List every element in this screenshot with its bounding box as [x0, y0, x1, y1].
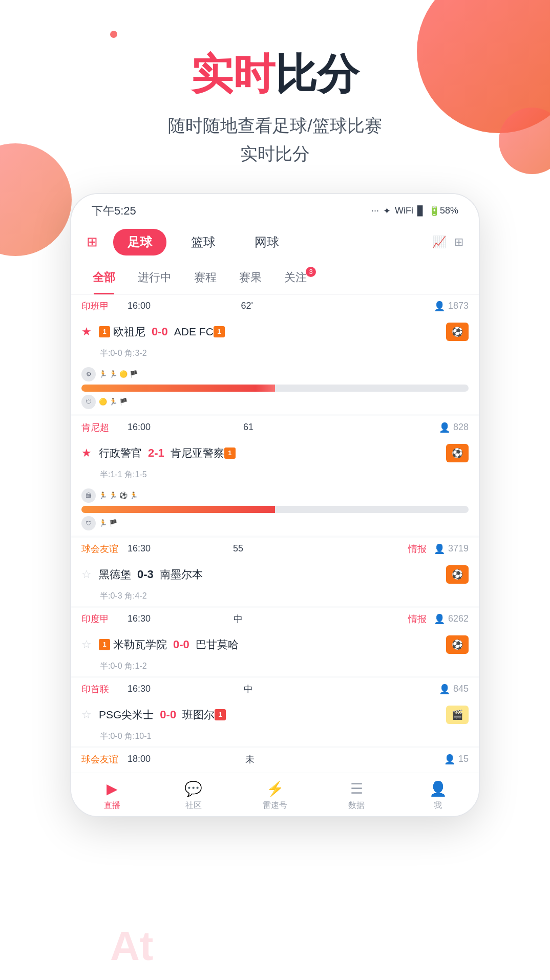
- action-btn-2[interactable]: ⚽: [446, 444, 469, 462]
- sport-tabs: ⊞ 足球 篮球 网球 📈 ⊞: [71, 224, 479, 261]
- nav-item-data[interactable]: ☰ 数据: [316, 780, 397, 811]
- match-row-4[interactable]: ☆ 1 米勒瓦学院 0-0 巴甘莫哈 ⚽: [71, 630, 479, 659]
- viewers-1: 👤 1873: [434, 301, 469, 312]
- home-team-4: 米勒瓦学院: [113, 637, 167, 652]
- score-5: 0-0: [160, 708, 176, 721]
- battery-percent: 58%: [440, 205, 458, 216]
- person-icon-1: 👤: [434, 301, 445, 312]
- viewer-count-3: 3719: [448, 543, 469, 554]
- bottom-nav: ▶ 直播 💬 社区 ⚡ 雷速号 ☰ 数据 👤 我: [71, 773, 479, 816]
- nav-label-data: 数据: [348, 800, 365, 811]
- nav-label-speed: 雷速号: [263, 800, 287, 811]
- chart-icon[interactable]: 📈: [432, 236, 446, 249]
- away-badge-1: 1: [214, 326, 225, 337]
- action-btn-1[interactable]: ⚽: [446, 323, 469, 341]
- match-group-2: 肯尼超 16:00 61 👤 828 ★ 行政警官 2-1 肯尼亚警察 1 ⚽: [71, 416, 479, 536]
- half-time-4: 半:0-0 角:1-2: [71, 659, 479, 676]
- minute-3: 55: [233, 543, 243, 554]
- dots-icon: ···: [371, 205, 379, 216]
- tab-football[interactable]: 足球: [113, 229, 166, 255]
- settings-icon[interactable]: ⊞: [454, 236, 463, 249]
- viewers-3: 情报 👤 3719: [408, 543, 469, 555]
- info-label-3: 情报: [408, 543, 427, 555]
- match-header-6: 球会友谊 18:00 未 👤 15: [71, 748, 479, 771]
- status-icons: ··· ✦ WiFi ▊ 🔋58%: [371, 205, 458, 217]
- nav-item-speed[interactable]: ⚡ 雷速号: [234, 780, 315, 811]
- time-3: 16:30: [128, 543, 151, 554]
- away-logo-1: 🛡: [81, 395, 96, 409]
- right-icons: 📈 ⊞: [432, 236, 463, 249]
- match-group-4: 印度甲 16:30 中 情报 👤 6262 ☆ 1 米勒瓦学院 0-0 巴甘莫哈…: [71, 608, 479, 676]
- half-time-5: 半:0-0 角:10-1: [71, 729, 479, 746]
- away-badge-2: 1: [224, 448, 236, 459]
- nav-item-live[interactable]: ▶ 直播: [71, 780, 153, 811]
- nav-item-me[interactable]: 👤 我: [397, 780, 479, 811]
- star-icon-4[interactable]: ☆: [81, 638, 92, 651]
- cat-tab-all[interactable]: 全部: [81, 261, 126, 294]
- nav-label-live: 直播: [104, 800, 120, 811]
- away-team-5: 班图尔: [182, 708, 215, 722]
- time-5: 16:30: [128, 684, 151, 694]
- tab-tennis[interactable]: 网球: [240, 229, 293, 255]
- viewer-count-4: 6262: [448, 613, 469, 624]
- nav-icon-me: 👤: [429, 780, 447, 797]
- person-icon-5: 👤: [439, 684, 450, 695]
- cat-tab-schedule[interactable]: 赛程: [183, 261, 228, 294]
- match-header-2: 肯尼超 16:00 61 👤 828: [71, 416, 479, 439]
- home-badge-1: 1: [99, 326, 110, 337]
- progress-bar-2: [81, 506, 469, 513]
- match-row-5[interactable]: ☆ PSG尖米士 0-0 班图尔 1 🎬: [71, 700, 479, 729]
- league-2: 肯尼超: [81, 421, 122, 434]
- signal-icon: ▊: [417, 205, 425, 217]
- viewers-4: 情报 👤 6262: [408, 613, 469, 625]
- match-group-3: 球会友谊 16:30 55 情报 👤 3719 ☆ 黑德堡 0-3 南墨尔本 ⚽: [71, 538, 479, 606]
- league-1: 印班甲: [81, 300, 122, 312]
- viewer-count-6: 15: [458, 754, 469, 764]
- away-team-1: ADE FC: [174, 326, 214, 338]
- subtitle: 随时随地查看足球/篮球比赛 实时比分: [0, 112, 550, 167]
- match-row-3[interactable]: ☆ 黑德堡 0-3 南墨尔本 ⚽: [71, 560, 479, 589]
- info-label-4: 情报: [408, 613, 427, 625]
- filter-icon[interactable]: ⊞: [87, 234, 98, 250]
- follow-badge: 3: [306, 267, 316, 277]
- progress-section-1: ⚙ 🏃🏃🟡🏴 🛡 🟡🏃🏴: [71, 363, 479, 414]
- battery-indicator: 🔋58%: [429, 205, 458, 217]
- phone-wrapper: 下午5:25 ··· ✦ WiFi ▊ 🔋58% ⊞ 足球 篮球 网球 📈 ⊞: [70, 193, 480, 817]
- home-team-1: 欧祖尼: [113, 325, 145, 339]
- league-3: 球会友谊: [81, 543, 122, 555]
- action-btn-3[interactable]: ⚽: [446, 565, 469, 584]
- score-2: 2-1: [148, 446, 164, 460]
- away-team-2: 肯尼亚警察: [171, 446, 224, 460]
- nav-icon-community: 💬: [184, 780, 202, 797]
- match-group-5: 印首联 16:30 中 👤 845 ☆ PSG尖米士 0-0 班图尔 1 🎬: [71, 678, 479, 746]
- star-icon-2[interactable]: ★: [81, 446, 92, 460]
- home-team-2: 行政警官: [99, 446, 142, 460]
- tab-basketball[interactable]: 篮球: [177, 229, 230, 255]
- cat-tab-live[interactable]: 进行中: [126, 261, 183, 294]
- match-row-2[interactable]: ★ 行政警官 2-1 肯尼亚警察 1 ⚽: [71, 439, 479, 467]
- watermark-at: At: [110, 923, 153, 970]
- action-btn-5[interactable]: 🎬: [446, 706, 469, 724]
- cat-tab-follow[interactable]: 关注 3: [273, 261, 318, 294]
- subtitle-line1: 随时随地查看足球/篮球比赛: [168, 116, 382, 135]
- person-icon-6: 👤: [444, 754, 455, 765]
- action-btn-4[interactable]: ⚽: [446, 635, 469, 654]
- half-time-2: 半:1-1 角:1-5: [71, 467, 479, 484]
- league-5: 印首联: [81, 683, 122, 695]
- cat-tab-results[interactable]: 赛果: [228, 261, 273, 294]
- match-list: 印班甲 16:00 62' 👤 1873 ★ 1 欧祖尼 0-0 ADE FC …: [71, 295, 479, 771]
- nav-item-community[interactable]: 💬 社区: [153, 780, 234, 811]
- star-icon-1[interactable]: ★: [81, 325, 92, 338]
- away-team-4: 巴甘莫哈: [196, 637, 239, 652]
- star-icon-5[interactable]: ☆: [81, 708, 92, 721]
- star-icon-3[interactable]: ☆: [81, 568, 92, 581]
- minute-1: 62': [241, 301, 253, 311]
- nav-icon-live: ▶: [107, 780, 118, 797]
- viewer-count-2: 828: [453, 422, 469, 433]
- time-2: 16:00: [128, 422, 151, 433]
- status-time: 下午5:25: [92, 203, 136, 219]
- viewer-count-5: 845: [453, 684, 469, 694]
- match-group-6: 球会友谊 18:00 未 👤 15: [71, 748, 479, 771]
- match-row-1[interactable]: ★ 1 欧祖尼 0-0 ADE FC 1 ⚽: [71, 317, 479, 346]
- match-header-5: 印首联 16:30 中 👤 845: [71, 678, 479, 700]
